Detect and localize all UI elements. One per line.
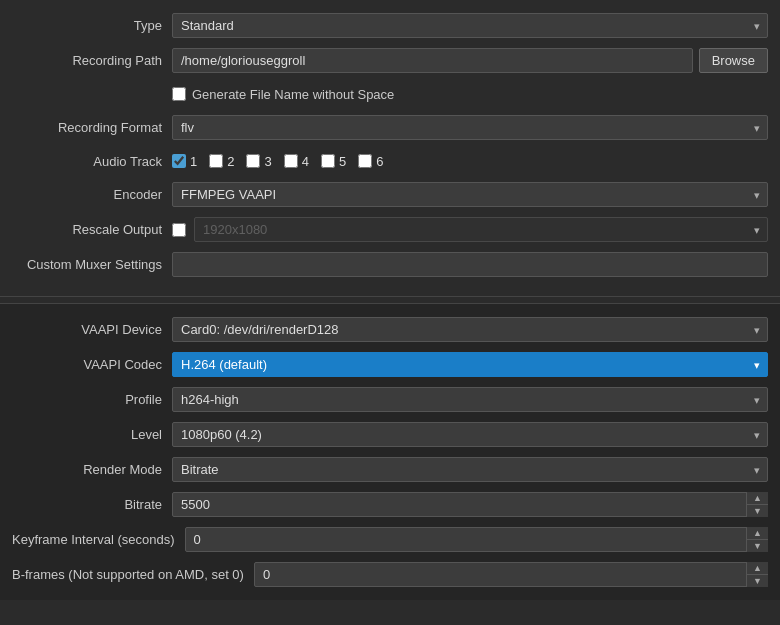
- vaapi-codec-row: VAAPI Codec H.264 (default) H.265 (HEVC)…: [0, 347, 780, 382]
- audio-track-checkbox-4[interactable]: [284, 154, 298, 168]
- profile-select-wrapper: h264-high h264-main h264-baseline ▾: [172, 387, 768, 412]
- bitrate-spin-buttons: ▲ ▼: [746, 492, 768, 517]
- bframes-label: B-frames (Not supported on AMD, set 0): [12, 567, 254, 582]
- audio-track-item-5: 5: [321, 154, 346, 169]
- render-mode-row: Render Mode Bitrate Quality Constrained …: [0, 452, 780, 487]
- recording-format-row: Recording Format flv mp4 mov mkv ▾: [0, 110, 780, 145]
- vaapi-codec-select[interactable]: H.264 (default) H.265 (HEVC) VP9: [172, 352, 768, 377]
- keyframe-interval-input[interactable]: [185, 527, 768, 552]
- bframes-input[interactable]: [254, 562, 768, 587]
- level-select-wrapper: 1080p60 (4.2) 1080p30 (4.1) 720p60 (4.0)…: [172, 422, 768, 447]
- type-label: Type: [12, 18, 172, 33]
- audio-track-label-3: 3: [264, 154, 271, 169]
- custom-muxer-label: Custom Muxer Settings: [12, 257, 172, 272]
- keyframe-interval-spin-down[interactable]: ▼: [747, 540, 768, 552]
- audio-track-label-5: 5: [339, 154, 346, 169]
- audio-track-label-4: 4: [302, 154, 309, 169]
- keyframe-interval-control: ▲ ▼: [185, 527, 768, 552]
- bitrate-spin-wrapper: ▲ ▼: [172, 492, 768, 517]
- recording-format-select[interactable]: flv mp4 mov mkv: [172, 115, 768, 140]
- audio-track-label-2: 2: [227, 154, 234, 169]
- profile-label: Profile: [12, 392, 172, 407]
- rescale-output-control: 1920x1080 1280x720 ▾: [172, 217, 768, 242]
- profile-row: Profile h264-high h264-main h264-baselin…: [0, 382, 780, 417]
- bframes-row: B-frames (Not supported on AMD, set 0) ▲…: [0, 557, 780, 592]
- bottom-section: VAAPI Device Card0: /dev/dri/renderD128 …: [0, 303, 780, 600]
- rescale-output-label: Rescale Output: [12, 222, 172, 237]
- generate-filename-control: Generate File Name without Space: [172, 87, 768, 102]
- keyframe-interval-spin-buttons: ▲ ▼: [746, 527, 768, 552]
- render-mode-select[interactable]: Bitrate Quality Constrained Quality: [172, 457, 768, 482]
- type-control: Standard Custom Output (FFmpeg) ▾: [172, 13, 768, 38]
- bframes-control: ▲ ▼: [254, 562, 768, 587]
- profile-select[interactable]: h264-high h264-main h264-baseline: [172, 387, 768, 412]
- audio-track-label-6: 6: [376, 154, 383, 169]
- recording-path-label: Recording Path: [12, 53, 172, 68]
- encoder-label: Encoder: [12, 187, 172, 202]
- vaapi-codec-control: H.264 (default) H.265 (HEVC) VP9 ▾: [172, 352, 768, 377]
- audio-track-item-4: 4: [284, 154, 309, 169]
- vaapi-device-row: VAAPI Device Card0: /dev/dri/renderD128 …: [0, 312, 780, 347]
- generate-filename-checkbox-row: Generate File Name without Space: [172, 87, 768, 102]
- keyframe-interval-row: Keyframe Interval (seconds) ▲ ▼: [0, 522, 780, 557]
- bitrate-spin-up[interactable]: ▲: [747, 492, 768, 505]
- audio-track-checkbox-6[interactable]: [358, 154, 372, 168]
- vaapi-device-select[interactable]: Card0: /dev/dri/renderD128: [172, 317, 768, 342]
- audio-track-checkbox-3[interactable]: [246, 154, 260, 168]
- render-mode-label: Render Mode: [12, 462, 172, 477]
- generate-filename-checkbox[interactable]: [172, 87, 186, 101]
- audio-track-row: Audio Track 1 2 3: [0, 145, 780, 177]
- top-section: Type Standard Custom Output (FFmpeg) ▾ R…: [0, 0, 780, 290]
- audio-track-label-1: 1: [190, 154, 197, 169]
- encoder-control: FFMPEG VAAPI x264 x265 NVENC H.264 ▾: [172, 182, 768, 207]
- recording-path-input-row: Browse: [172, 48, 768, 73]
- type-select-wrapper: Standard Custom Output (FFmpeg) ▾: [172, 13, 768, 38]
- bitrate-spin-down[interactable]: ▼: [747, 505, 768, 517]
- custom-muxer-row: Custom Muxer Settings: [0, 247, 780, 282]
- custom-muxer-control: [172, 252, 768, 277]
- recording-path-row: Recording Path Browse: [0, 43, 780, 78]
- render-mode-control: Bitrate Quality Constrained Quality ▾: [172, 457, 768, 482]
- custom-muxer-input[interactable]: [172, 252, 768, 277]
- bframes-spin-up[interactable]: ▲: [747, 562, 768, 575]
- audio-track-label: Audio Track: [12, 154, 172, 169]
- recording-format-control: flv mp4 mov mkv ▾: [172, 115, 768, 140]
- encoder-row: Encoder FFMPEG VAAPI x264 x265 NVENC H.2…: [0, 177, 780, 212]
- bitrate-row: Bitrate ▲ ▼: [0, 487, 780, 522]
- bitrate-input[interactable]: [172, 492, 768, 517]
- level-row: Level 1080p60 (4.2) 1080p30 (4.1) 720p60…: [0, 417, 780, 452]
- type-select[interactable]: Standard Custom Output (FFmpeg): [172, 13, 768, 38]
- rescale-output-row: Rescale Output 1920x1080 1280x720 ▾: [0, 212, 780, 247]
- audio-track-item-2: 2: [209, 154, 234, 169]
- keyframe-interval-spin-up[interactable]: ▲: [747, 527, 768, 540]
- bframes-spin-wrapper: ▲ ▼: [254, 562, 768, 587]
- recording-path-control: Browse: [172, 48, 768, 73]
- recording-format-select-wrapper: flv mp4 mov mkv ▾: [172, 115, 768, 140]
- recording-format-label: Recording Format: [12, 120, 172, 135]
- encoder-select[interactable]: FFMPEG VAAPI x264 x265 NVENC H.264: [172, 182, 768, 207]
- bframes-spin-down[interactable]: ▼: [747, 575, 768, 587]
- audio-track-item-3: 3: [246, 154, 271, 169]
- rescale-output-select[interactable]: 1920x1080 1280x720: [194, 217, 768, 242]
- rescale-output-checkbox[interactable]: [172, 223, 186, 237]
- browse-button[interactable]: Browse: [699, 48, 768, 73]
- rescale-output-inner: 1920x1080 1280x720 ▾: [172, 217, 768, 242]
- bitrate-label: Bitrate: [12, 497, 172, 512]
- vaapi-codec-select-wrapper: H.264 (default) H.265 (HEVC) VP9 ▾: [172, 352, 768, 377]
- audio-track-item-6: 6: [358, 154, 383, 169]
- vaapi-codec-label: VAAPI Codec: [12, 357, 172, 372]
- vaapi-device-control: Card0: /dev/dri/renderD128 ▾: [172, 317, 768, 342]
- audio-track-checkboxes: 1 2 3 4 5: [172, 154, 768, 169]
- recording-path-input[interactable]: [172, 48, 693, 73]
- bitrate-control: ▲ ▼: [172, 492, 768, 517]
- encoder-select-wrapper: FFMPEG VAAPI x264 x265 NVENC H.264 ▾: [172, 182, 768, 207]
- audio-track-checkbox-1[interactable]: [172, 154, 186, 168]
- audio-track-checkbox-2[interactable]: [209, 154, 223, 168]
- level-select[interactable]: 1080p60 (4.2) 1080p30 (4.1) 720p60 (4.0): [172, 422, 768, 447]
- audio-track-checkbox-5[interactable]: [321, 154, 335, 168]
- bframes-spin-buttons: ▲ ▼: [746, 562, 768, 587]
- generate-filename-row: Generate File Name without Space: [0, 78, 780, 110]
- keyframe-interval-spin-wrapper: ▲ ▼: [185, 527, 768, 552]
- audio-track-control: 1 2 3 4 5: [172, 154, 768, 169]
- vaapi-device-select-wrapper: Card0: /dev/dri/renderD128 ▾: [172, 317, 768, 342]
